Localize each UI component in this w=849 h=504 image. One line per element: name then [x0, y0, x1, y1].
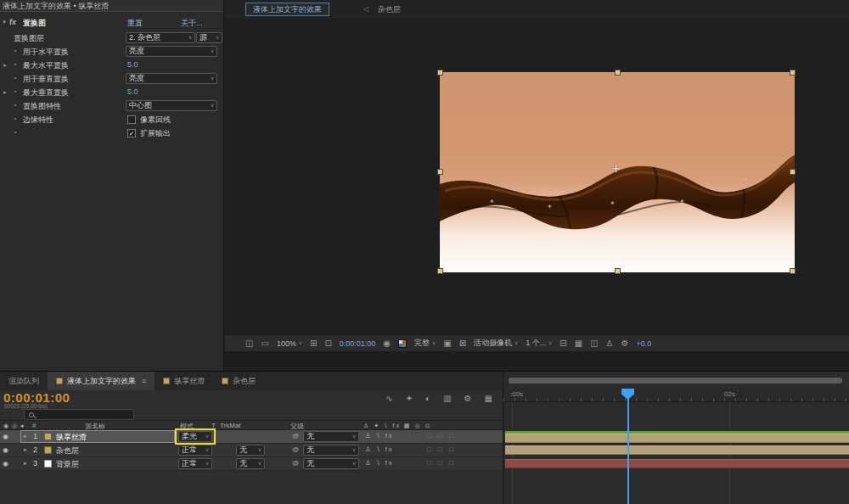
twirl-down-icon[interactable]: ▼ — [2, 20, 7, 25]
channel-select-icon[interactable] — [398, 339, 407, 348]
screen-icon[interactable]: ▭ — [261, 339, 268, 348]
layer-color-chip[interactable] — [44, 460, 52, 468]
playhead-line[interactable] — [627, 389, 629, 504]
displacement-layer-select[interactable]: 2. 杂色层 ˅ — [126, 32, 195, 43]
timeline-button-icon[interactable]: ◫ — [590, 339, 598, 348]
eye-icon[interactable]: ◉ — [3, 460, 8, 468]
layer-color-chip[interactable] — [44, 433, 52, 440]
blend-mode-select[interactable]: 正常 ˅ — [178, 445, 212, 456]
eye-icon[interactable]: ◉ — [3, 433, 8, 440]
frame-blend-icon[interactable]: ▥ — [443, 394, 451, 403]
vertical-use-select[interactable]: 亮度 ˅ — [126, 73, 217, 84]
tab-back-arrow-icon[interactable]: ◁ — [363, 5, 368, 13]
layer-switch-icons[interactable]: ♙ ∖ fx — [365, 432, 394, 440]
layer-switch-icons[interactable]: ♙ ∖ fx — [365, 459, 394, 467]
panel-menu-icon[interactable]: ≡ — [142, 377, 146, 385]
pickwhip-icon[interactable]: @ — [292, 459, 299, 467]
fast-preview-icon[interactable]: ▦ — [575, 339, 582, 348]
tab-render-queue[interactable]: 渲染队列 — [0, 372, 48, 390]
eye-icon[interactable]: ◉ — [3, 446, 8, 454]
tab-noise-layer[interactable]: 杂色层 — [213, 372, 264, 390]
max-vertical-value[interactable]: 5.0 — [127, 87, 138, 96]
layer-row-3[interactable]: ◉ ► 3 背景层 正常 ˅ 无 ˅ @ 无 ˅ ♙ ∖ fx — [0, 457, 503, 471]
composition-image[interactable]: ✦ ✦ ✦ ✦ ✦ + — [440, 72, 795, 272]
layer-switch-boxes[interactable]: □ □ □ — [427, 459, 456, 467]
gear-icon[interactable]: ⚙ — [621, 339, 629, 348]
layer-row-2[interactable]: ◉ ► 2 杂色层 正常 ˅ 无 ˅ @ 无 ˅ ♙ ∖ fx — [0, 444, 503, 457]
horizontal-use-select[interactable]: 亮度 ˅ — [126, 46, 217, 57]
expand-output-checkbox[interactable]: ✓ — [127, 129, 136, 137]
layer-name[interactable]: 背景层 — [56, 459, 79, 470]
layer-switch-icons[interactable]: ♙ ∖ fx — [365, 445, 394, 453]
wrap-pixels-checkbox[interactable] — [127, 115, 136, 124]
mask-visibility-icon[interactable]: ⊡ — [324, 339, 331, 348]
selection-handle-mid-right[interactable] — [790, 169, 796, 175]
search-input[interactable] — [24, 409, 134, 420]
selection-handle-top-left[interactable] — [437, 70, 443, 76]
zoom-select[interactable]: 100% ˅ — [277, 339, 302, 348]
about-effect-link[interactable]: 关于... — [181, 18, 203, 29]
stopwatch-icon[interactable]: ◔ — [13, 48, 17, 55]
layer-color-chip[interactable] — [44, 446, 52, 454]
layer-row-1[interactable]: ◉ ► 1 纵享丝滑 柔光 ˅ @ 无 ˅ ♙ ∖ fx □ □ □ — [0, 430, 503, 444]
layer-switch-boxes[interactable]: □ □ □ — [427, 445, 456, 453]
flowchart-button-icon[interactable]: ♙ — [606, 339, 614, 348]
composition-viewport[interactable]: ✦ ✦ ✦ ✦ ✦ + — [225, 19, 849, 334]
blend-mode-select[interactable]: 柔光 ˅ — [178, 431, 212, 442]
stopwatch-icon[interactable]: ◔ — [13, 102, 17, 109]
resolution-select[interactable]: 完整 ˅ — [414, 338, 436, 349]
twirl-right-icon[interactable]: ► — [3, 90, 8, 95]
column-t[interactable]: T — [211, 422, 216, 429]
view-layout-select[interactable]: 1 个... ˅ — [526, 338, 552, 349]
selection-handle-bottom-center[interactable] — [615, 268, 621, 274]
map-behavior-select[interactable]: 中心图 ˅ — [126, 100, 217, 111]
selection-handle-bottom-right[interactable] — [790, 268, 796, 274]
layer-name[interactable]: 杂色层 — [56, 445, 79, 456]
motion-blur-icon[interactable]: ◐ — [425, 394, 430, 403]
max-horizontal-value[interactable]: 5.0 — [127, 60, 138, 69]
layer3-duration-bar[interactable] — [505, 459, 849, 468]
viewer-tab-active[interactable]: 液体上加文字的效果 — [245, 3, 329, 16]
parent-select[interactable]: 无 ˅ — [303, 445, 359, 456]
selection-handle-bottom-left[interactable] — [437, 268, 443, 274]
graph-editor-icon[interactable]: ▦ — [485, 394, 492, 403]
mini-flowchart-icon[interactable]: ∿ — [385, 394, 392, 403]
parent-select[interactable]: 无 ˅ — [303, 431, 359, 442]
region-of-interest-icon[interactable]: ▣ — [443, 339, 451, 348]
timeline-track-area[interactable]: :00s 02s — [503, 372, 849, 504]
layer-name[interactable]: 纵享丝滑 — [56, 432, 87, 443]
twirl-right-icon[interactable]: ► — [23, 447, 28, 452]
draft-3d-icon[interactable]: ✦ — [406, 394, 413, 403]
trkmat-select[interactable]: 无 ˅ — [236, 445, 265, 456]
layer-switch-boxes[interactable]: □ □ □ — [427, 432, 456, 440]
blend-mode-select[interactable]: 正常 ˅ — [178, 458, 212, 469]
tab-liquid-text-comp[interactable]: 液体上加文字的效果 ≡ — [48, 372, 155, 390]
tab-silky-smooth[interactable]: 纵享丝滑 — [155, 372, 213, 390]
layer1-duration-bar[interactable] — [505, 434, 849, 443]
layer-anchor-point-icon[interactable]: + — [612, 161, 620, 176]
camera-view-select[interactable]: 活动摄像机 ˅ — [474, 338, 518, 349]
stopwatch-icon[interactable]: ◔ — [13, 115, 17, 123]
viewer-tab-noise-layer[interactable]: 杂色层 — [378, 4, 401, 15]
time-ruler[interactable]: :00s 02s — [503, 389, 849, 402]
column-trkmat[interactable]: TrkMat — [220, 422, 241, 429]
viewer-timecode[interactable]: 0:00:01:00 — [340, 339, 376, 348]
monitor-icon[interactable]: ◫ — [245, 339, 253, 348]
trkmat-select[interactable]: 无 ˅ — [236, 458, 265, 469]
gear-icon[interactable]: ⚙ — [464, 394, 472, 403]
twirl-right-icon[interactable]: ► — [23, 461, 28, 466]
twirl-right-icon[interactable]: ► — [3, 63, 8, 68]
selection-handle-top-center[interactable] — [615, 70, 621, 76]
reset-effect-link[interactable]: 重置 — [127, 18, 143, 29]
exposure-value[interactable]: +0.0 — [636, 339, 651, 348]
transparency-grid-icon[interactable]: ⊠ — [459, 339, 466, 348]
stopwatch-icon[interactable]: ◔ — [13, 129, 17, 137]
selection-handle-top-right[interactable] — [790, 70, 796, 76]
stopwatch-icon[interactable]: ◔ — [13, 61, 17, 69]
time-navigator-bar[interactable] — [509, 378, 842, 384]
displacement-source-select[interactable]: 源 ˅ — [196, 32, 222, 43]
layer2-duration-bar[interactable] — [505, 445, 849, 455]
pickwhip-icon[interactable]: @ — [292, 445, 299, 453]
grid-options-icon[interactable]: ⊞ — [310, 339, 317, 348]
column-hash[interactable]: # — [32, 422, 36, 429]
